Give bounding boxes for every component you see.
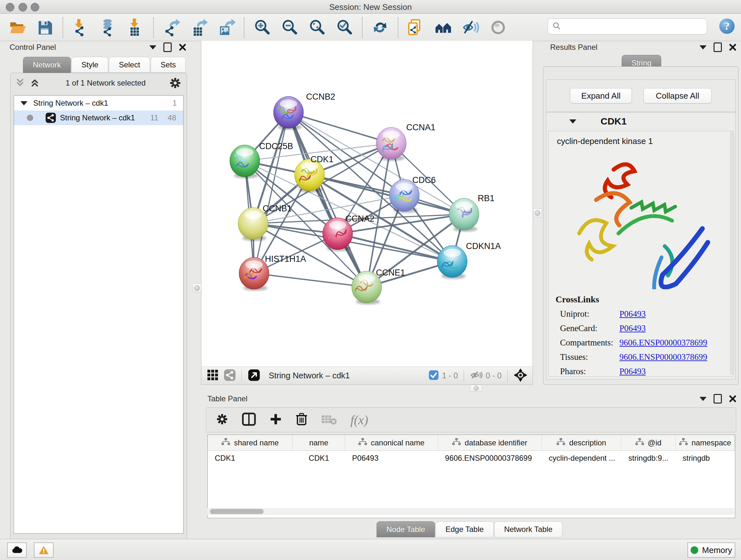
show-columns-icon[interactable] (242, 413, 256, 427)
cell-namespace[interactable]: stringdb (676, 451, 735, 465)
zoom-out-icon[interactable] (280, 18, 298, 37)
export-image-icon[interactable] (217, 18, 235, 37)
crosslink-link[interactable]: P06493 (619, 367, 646, 376)
node-rb1[interactable] (449, 198, 479, 232)
import-network-icon[interactable] (72, 18, 90, 37)
node-cdc25b[interactable] (230, 145, 260, 179)
bottom-splitter-handle[interactable] (470, 385, 482, 392)
network-collection-row[interactable]: String Network – cdk1 1 (14, 96, 183, 111)
tab-network-table[interactable]: Network Table (494, 521, 562, 537)
hide-selected-icon[interactable] (462, 18, 480, 37)
birdseye-grid-icon[interactable] (207, 369, 219, 382)
cell-description[interactable]: cyclin-dependent ... (542, 451, 622, 465)
tab-sets[interactable]: Sets (151, 57, 186, 73)
table-panel-float-icon[interactable] (714, 394, 722, 403)
zoom-fit-icon[interactable] (308, 18, 326, 37)
memory-button[interactable]: Memory (687, 543, 735, 558)
expand-all-button[interactable]: Expand All (570, 88, 632, 104)
tab-style[interactable]: Style (71, 57, 108, 73)
cell-@id[interactable]: stringdb:9... (621, 451, 676, 465)
delete-column-trash-icon[interactable] (295, 413, 308, 427)
import-table-icon[interactable] (127, 18, 145, 37)
tab-select[interactable]: Select (109, 57, 150, 73)
zoom-in-icon[interactable] (253, 18, 271, 37)
column-header-namespace[interactable]: namespace (676, 435, 735, 450)
table-hscroll-thumb[interactable] (210, 509, 264, 514)
import-database-icon[interactable] (99, 18, 117, 37)
selected-checkbox-icon[interactable] (428, 370, 439, 381)
collapse-all-icon[interactable] (16, 78, 28, 88)
duplicate-network-icon[interactable] (407, 18, 425, 37)
right-splitter-handle[interactable] (533, 208, 542, 217)
crosslink-link[interactable]: 9606.ENSP00000378699 (619, 338, 707, 348)
entry-collapse-icon[interactable] (569, 119, 576, 124)
open-in-browser-icon[interactable] (248, 369, 260, 383)
export-network-icon[interactable] (162, 18, 180, 37)
control-panel-menu-icon[interactable] (149, 45, 156, 50)
crosslink-link[interactable]: P06493 (619, 309, 646, 319)
svg-text:?: ? (724, 20, 730, 32)
node-ccna1[interactable] (376, 127, 406, 161)
string-panel-icon[interactable] (224, 369, 236, 382)
edge-ccnb2-ccna1[interactable] (288, 112, 391, 143)
string-home-icon[interactable] (434, 18, 452, 37)
help-icon[interactable]: ? (719, 18, 735, 36)
column-header-name[interactable]: name (293, 435, 345, 450)
results-panel-float-icon[interactable] (714, 43, 722, 52)
collection-expand-icon[interactable] (20, 101, 27, 105)
network-row[interactable]: String Network – cdk1 11 48 (14, 111, 183, 125)
zoom-selected-icon[interactable] (335, 18, 353, 37)
search-input[interactable] (564, 22, 707, 31)
add-column-icon[interactable] (269, 413, 282, 427)
cell-name[interactable]: CDK1 (293, 451, 345, 465)
results-panel-menu-icon[interactable] (699, 45, 706, 50)
search-icon (552, 22, 561, 31)
show-all-icon[interactable] (489, 18, 507, 37)
refresh-icon[interactable] (371, 18, 389, 37)
column-header-canonical-name[interactable]: canonical name (345, 435, 438, 450)
column-header-@id[interactable]: @id (621, 435, 676, 450)
control-panel-close-icon[interactable] (179, 44, 186, 51)
cell-shared-name[interactable]: CDK1 (208, 451, 293, 465)
crosslink-link[interactable]: 9606.ENSP00000378699 (619, 352, 707, 362)
tab-edge-table[interactable]: Edge Table (435, 521, 494, 537)
results-panel-close-icon[interactable] (729, 44, 737, 51)
node-table[interactable]: shared namenamecanonical namedatabase id… (207, 435, 735, 518)
cloud-button[interactable] (7, 543, 27, 558)
node-label-ccna2: CCNA2 (345, 214, 375, 224)
cell-database-identifier[interactable]: 9606.ENSP00000378699 (438, 451, 542, 465)
tab-network[interactable]: Network (23, 57, 71, 73)
string-network-graph[interactable]: CCNB2 CCNA1 CDC25B CDK1 CDC6 (201, 41, 533, 367)
expand-all-icon[interactable] (30, 78, 43, 88)
results-scrollbar[interactable] (730, 132, 734, 375)
control-panel: Control Panel NetworkStyleSelectSets 1 o… (3, 41, 190, 535)
fit-selected-crosshair-icon[interactable] (514, 368, 528, 383)
control-panel-float-icon[interactable] (163, 43, 172, 52)
collapse-all-button[interactable]: Collapse All (643, 88, 712, 104)
table-panel-close-icon[interactable] (729, 395, 737, 402)
column-header-database-identifier[interactable]: database identifier (438, 435, 542, 450)
table-hscrollbar[interactable] (207, 508, 734, 515)
table-panel-menu-icon[interactable] (699, 397, 706, 401)
table-row[interactable]: CDK1CDK1P064939606.ENSP00000378699cyclin… (208, 451, 735, 465)
selected-count: 1 - 0 (442, 371, 458, 380)
export-table-icon[interactable] (190, 18, 208, 37)
left-splitter-handle[interactable] (192, 284, 201, 293)
edge-hist1h1a-ccne1[interactable] (254, 273, 367, 287)
save-session-icon[interactable] (36, 18, 54, 37)
node-hist1h1a[interactable] (239, 257, 269, 291)
cell-canonical-name[interactable]: P06493 (345, 451, 438, 465)
table-options-gear-icon[interactable] (216, 413, 228, 427)
network-options-gear-icon[interactable] (169, 77, 182, 89)
open-session-icon[interactable] (9, 18, 26, 37)
search-field[interactable] (548, 18, 707, 35)
table-toolbar: f(x) (206, 408, 736, 432)
column-header-description[interactable]: description (542, 435, 621, 450)
column-header-shared-name[interactable]: shared name (208, 435, 293, 450)
edge-ccnb2-hist1h1a[interactable] (254, 112, 288, 273)
tab-node-table[interactable]: Node Table (377, 521, 435, 537)
network-canvas[interactable]: CCNB2 CCNA1 CDC25B CDK1 CDC6 (201, 41, 533, 367)
node-cdkn1a[interactable] (437, 246, 467, 279)
crosslink-link[interactable]: P06493 (619, 323, 646, 333)
warning-button[interactable] (34, 543, 54, 558)
